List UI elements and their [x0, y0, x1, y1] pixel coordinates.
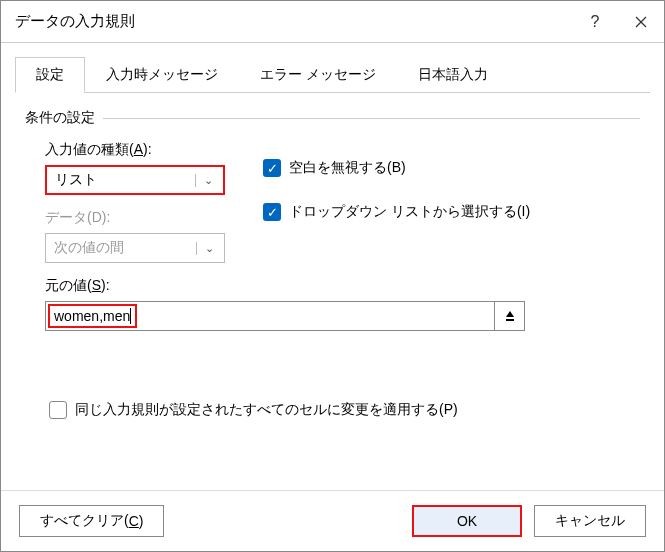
apply-all-checkbox[interactable]: 同じ入力規則が設定されたすべてのセルに変更を適用する(P) [49, 401, 640, 419]
check-icon: ✓ [263, 203, 281, 221]
dropdown-label: ドロップダウン リストから選択する(I) [289, 203, 530, 221]
dialog-footer: すべてクリア(C) OK キャンセル [1, 490, 664, 551]
text-caret [130, 308, 131, 324]
tab-strip: 設定 入力時メッセージ エラー メッセージ 日本語入力 [15, 57, 650, 93]
source-value: women,men [54, 308, 130, 324]
titlebar: データの入力規則 ? [1, 1, 664, 43]
chevron-down-icon: ⌄ [196, 242, 216, 255]
tab-error-message[interactable]: エラー メッセージ [239, 57, 397, 92]
allow-value: リスト [55, 171, 97, 189]
chevron-down-icon: ⌄ [195, 174, 215, 187]
section-header: 条件の設定 [25, 109, 640, 127]
source-label: 元の値(S): [45, 277, 640, 295]
cancel-button[interactable]: キャンセル [534, 505, 646, 537]
clear-all-button[interactable]: すべてクリア(C) [19, 505, 164, 537]
data-select: 次の値の間 ⌄ [45, 233, 225, 263]
tab-input-message[interactable]: 入力時メッセージ [85, 57, 239, 92]
checkbox-icon [49, 401, 67, 419]
tab-ime[interactable]: 日本語入力 [397, 57, 509, 92]
close-button[interactable] [618, 1, 664, 43]
data-value: 次の値の間 [54, 239, 124, 257]
tab-settings[interactable]: 設定 [15, 57, 85, 93]
allow-select[interactable]: リスト ⌄ [45, 165, 225, 195]
apply-all-label: 同じ入力規則が設定されたすべてのセルに変更を適用する(P) [75, 401, 458, 419]
divider [103, 118, 640, 119]
check-icon: ✓ [263, 159, 281, 177]
range-picker-button[interactable] [495, 301, 525, 331]
ignore-blank-label: 空白を無視する(B) [289, 159, 406, 177]
ok-button[interactable]: OK [412, 505, 522, 537]
svg-rect-2 [506, 319, 514, 321]
window-title: データの入力規則 [15, 12, 572, 31]
allow-label: 入力値の種類(A): [45, 141, 245, 159]
close-icon [635, 16, 647, 28]
data-label: データ(D): [45, 209, 245, 227]
section-title: 条件の設定 [25, 109, 95, 127]
tab-content: 条件の設定 入力値の種類(A): リスト ⌄ ✓ 空白を無視する(B) データ(… [1, 93, 664, 419]
source-input[interactable]: women,men [45, 301, 495, 331]
collapse-icon [503, 309, 517, 323]
ignore-blank-checkbox[interactable]: ✓ 空白を無視する(B) [263, 159, 406, 177]
dropdown-checkbox[interactable]: ✓ ドロップダウン リストから選択する(I) [263, 203, 530, 221]
help-button[interactable]: ? [572, 1, 618, 43]
